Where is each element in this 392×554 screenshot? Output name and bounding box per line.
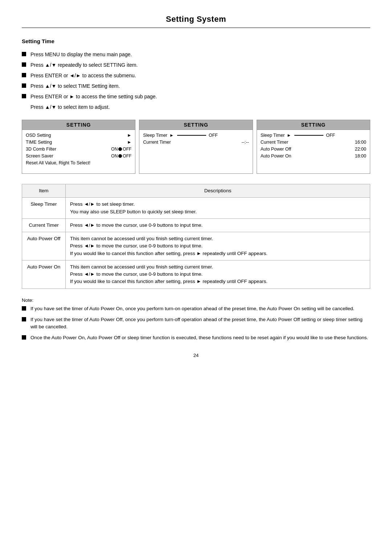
bullet-icon bbox=[22, 83, 26, 88]
desc-sleep-timer: Press ◄/► to set sleep timer. You may al… bbox=[66, 198, 370, 219]
table-row: Auto Power On This item cannot be access… bbox=[22, 260, 370, 288]
page-number: 24 bbox=[22, 353, 370, 358]
bullet-icon bbox=[22, 62, 26, 67]
setting-panel-2: SETTING Sleep Timer ► OFF Current Timer … bbox=[139, 120, 253, 174]
table-row: Auto Power Off This item cannot be acces… bbox=[22, 232, 370, 260]
note-section: Note: If you have set the timer of Auto … bbox=[22, 297, 370, 342]
list-item: Press ENTER or ► to access the time sett… bbox=[22, 93, 370, 100]
panel-header-1: SETTING bbox=[22, 120, 135, 130]
list-item: Press ENTER or ◄/► to access the submenu… bbox=[22, 72, 370, 79]
panel-row: Auto Power Off 22:00 bbox=[261, 147, 366, 152]
list-item: Press ▲/▼ to select TIME Setting item. bbox=[22, 82, 370, 90]
desc-auto-power-on: This item cannot be accessed until you f… bbox=[66, 260, 370, 288]
item-current-timer: Current Timer bbox=[22, 218, 66, 232]
page-title: Setting System bbox=[22, 15, 370, 24]
desc-auto-power-off: This item cannot be accessed until you f… bbox=[66, 232, 370, 260]
note-item: Once the Auto Power On, Auto Power Off o… bbox=[22, 334, 370, 341]
note-item: If you have set the timer of Auto Power … bbox=[22, 316, 370, 331]
panel-header-2: SETTING bbox=[139, 120, 252, 130]
bullet-icon bbox=[22, 94, 26, 98]
panels-row: SETTING OSD Setting ► TIME Setting ► 3D … bbox=[22, 120, 370, 174]
panel-body-2: Sleep Timer ► OFF Current Timer --:-- bbox=[139, 130, 252, 173]
bullet-icon bbox=[22, 317, 26, 321]
panel-row: TIME Setting ► bbox=[26, 140, 131, 145]
description-table: Item Descriptions Sleep Timer Press ◄/► … bbox=[22, 184, 370, 289]
panel-row: OSD Setting ► bbox=[26, 133, 131, 138]
note-label: Note: bbox=[22, 297, 370, 303]
item-sleep-timer: Sleep Timer bbox=[22, 198, 66, 219]
setting-panel-3: SETTING Sleep Timer ► OFF Current Timer … bbox=[257, 120, 370, 174]
list-item: Press ▲/▼ repeatedly to select SETTING i… bbox=[22, 61, 370, 69]
panel-row: Sleep Timer ► OFF bbox=[143, 133, 249, 138]
col-header-desc: Descriptions bbox=[66, 184, 370, 198]
table-row: Current Timer Press ◄/► to move the curs… bbox=[22, 218, 370, 232]
item-auto-power-off: Auto Power Off bbox=[22, 232, 66, 260]
section-title: Setting Time bbox=[22, 38, 370, 44]
panel-row: Current Timer 16:00 bbox=[261, 140, 366, 145]
setting-panel-1: SETTING OSD Setting ► TIME Setting ► 3D … bbox=[22, 120, 135, 174]
panel-row: Sleep Timer ► OFF bbox=[261, 133, 366, 138]
bullet-icon bbox=[22, 73, 26, 77]
bullet-icon bbox=[22, 306, 26, 311]
note-list: If you have set the timer of Auto Power … bbox=[22, 305, 370, 342]
panel-row: Current Timer --:-- bbox=[143, 140, 249, 145]
panel-row: Auto Power On 18:00 bbox=[261, 153, 366, 159]
note-item: If you have set the timer of Auto Power … bbox=[22, 305, 370, 312]
panel-row: Screen Saver ONOFF bbox=[26, 153, 131, 159]
list-item: Press MENU to display the menu main page… bbox=[22, 51, 370, 58]
item-auto-power-on: Auto Power On bbox=[22, 260, 66, 288]
col-header-item: Item bbox=[22, 184, 66, 198]
bullet-icon bbox=[22, 335, 26, 340]
desc-current-timer: Press ◄/► to move the cursor, use 0-9 bu… bbox=[66, 218, 370, 232]
indent-text: Press ▲/▼ to select item to adjust. bbox=[30, 103, 370, 111]
panel-row: 3D Comb Filter ONOFF bbox=[26, 147, 131, 152]
panel-header-3: SETTING bbox=[257, 120, 370, 130]
instruction-list: Press MENU to display the menu main page… bbox=[22, 51, 370, 100]
table-row: Sleep Timer Press ◄/► to set sleep timer… bbox=[22, 198, 370, 219]
panel-body-3: Sleep Timer ► OFF Current Timer 16:00 Au… bbox=[257, 130, 370, 173]
bullet-icon bbox=[22, 52, 26, 56]
panel-row: Reset All Value, Right To Select! bbox=[26, 160, 131, 165]
title-divider bbox=[22, 28, 370, 28]
panel-body-1: OSD Setting ► TIME Setting ► 3D Comb Fil… bbox=[22, 130, 135, 173]
